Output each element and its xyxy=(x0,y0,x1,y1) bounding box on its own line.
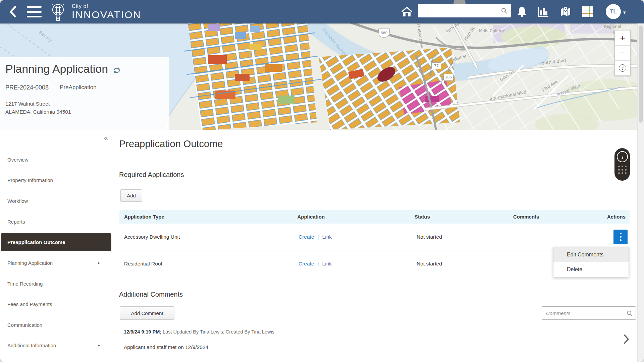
address-line2: ALAMEDA, California 94501 xyxy=(5,108,71,116)
user-menu-caret[interactable]: ▾ xyxy=(623,9,626,15)
add-comment-button[interactable]: Add Comment xyxy=(120,306,174,320)
page-title: Preapplication Outcome xyxy=(119,138,223,149)
map-header: Bay Fry Alameda Harbor Fruitvale Ave 38t… xyxy=(0,23,644,130)
sidebar-item-preapplication-outcome[interactable]: Preapplication Outcome xyxy=(1,233,111,251)
link-link[interactable]: Link xyxy=(322,261,332,266)
sidebar-item-additional-information[interactable]: Additional Information ▸ xyxy=(0,340,114,350)
divider xyxy=(54,84,54,91)
sidebar-item-label: Reports xyxy=(7,219,25,225)
top-navigation-bar: City of INNOVATION xyxy=(0,0,644,23)
comment-timestamp: 12/9/24 9:19 PM; xyxy=(124,329,161,335)
open-comment-chevron[interactable] xyxy=(624,334,630,344)
add-comment-label: Add Comment xyxy=(131,310,163,316)
logo-city-of: City of xyxy=(72,4,141,9)
home-button[interactable] xyxy=(400,5,414,18)
refresh-icon[interactable] xyxy=(113,67,121,74)
sidebar-item-planning-application[interactable]: Planning Application ▸ xyxy=(0,258,114,268)
help-widget[interactable]: i xyxy=(614,148,630,181)
comments-search-input[interactable] xyxy=(542,306,636,320)
create-link[interactable]: Create xyxy=(299,261,314,266)
row-actions-button[interactable] xyxy=(613,230,628,244)
create-link[interactable]: Create xyxy=(299,234,314,240)
search-icon[interactable] xyxy=(626,310,633,317)
notifications-button[interactable] xyxy=(515,5,529,19)
route-shield: 185 xyxy=(443,74,453,81)
logo-name: INNOVATION xyxy=(72,10,141,20)
column-header[interactable]: Application xyxy=(297,214,415,220)
sidebar-item-fees-and-payments[interactable]: Fees and Payments xyxy=(0,299,114,309)
map-info-button[interactable]: i xyxy=(615,61,630,75)
menu-item-delete[interactable]: Delete xyxy=(553,262,629,277)
zoom-in-button[interactable]: + xyxy=(615,31,630,46)
avatar-initials: TL xyxy=(610,9,617,15)
sidebar-item-label: Fees and Payments xyxy=(7,301,52,307)
sidebar-item-label: Additional Information xyxy=(7,343,56,348)
sidebar-item-label: Preapplication Outcome xyxy=(7,239,65,245)
menu-icon[interactable] xyxy=(27,6,42,17)
add-button[interactable]: Add xyxy=(120,189,142,202)
menu-item-edit-comments[interactable]: Edit Comments xyxy=(553,247,629,262)
column-header[interactable]: Application Type xyxy=(119,214,297,220)
status-cell: Not started xyxy=(417,234,516,240)
column-header[interactable]: Comments xyxy=(513,214,607,220)
record-summary-panel: Planning Application PRE-2024-0008 PreAp… xyxy=(0,57,169,130)
collapse-sidebar-button[interactable]: « xyxy=(104,134,107,142)
bell-icon xyxy=(517,6,527,17)
comment-authors: Last Updated By Tina Lewis; Created By T… xyxy=(161,329,274,335)
search-icon[interactable] xyxy=(501,7,507,14)
column-header: Actions xyxy=(607,214,630,220)
sidebar-item-communication[interactable]: Communication xyxy=(0,320,114,330)
sidebar-item-label: Planning Application xyxy=(7,260,53,266)
apps-grid-button[interactable] xyxy=(580,5,595,19)
scrollbar-thumb[interactable] xyxy=(639,25,643,123)
application-cell: Create|Link xyxy=(299,261,417,267)
route-shield: 880 xyxy=(378,28,390,38)
back-button[interactable] xyxy=(6,5,19,18)
column-header[interactable]: Status xyxy=(415,214,513,220)
sidebar-item-property-information[interactable]: Property Information xyxy=(0,175,114,185)
route-number: 185 xyxy=(445,75,452,79)
zoom-out-button[interactable]: − xyxy=(615,46,630,61)
sidebar-item-label: Property Information xyxy=(7,177,53,183)
sidebar-item-label: Time Recording xyxy=(7,281,43,287)
map-controls: + − i xyxy=(614,30,631,76)
left-navigation: « Overview Property Information Workflow… xyxy=(0,130,114,362)
sidebar-item-reports[interactable]: Reports xyxy=(0,217,114,227)
sidebar-item-overview[interactable]: Overview xyxy=(0,155,114,165)
sidebar-item-label: Overview xyxy=(7,157,29,163)
link-link[interactable]: Link xyxy=(322,234,332,240)
divider: | xyxy=(318,234,319,240)
avatar[interactable]: TL xyxy=(606,4,621,19)
sidebar-item-workflow[interactable]: Workflow xyxy=(0,196,114,206)
global-search-input[interactable] xyxy=(418,4,511,17)
map-label: Mills College xyxy=(479,28,505,33)
info-icon[interactable]: i xyxy=(617,151,628,162)
chevron-right-icon: ▸ xyxy=(98,343,100,348)
map-explorer-button[interactable] xyxy=(558,5,573,19)
record-type: PreApplication xyxy=(60,84,97,91)
plus-icon: + xyxy=(620,33,625,43)
chevron-left-icon xyxy=(9,6,16,17)
analytics-button[interactable] xyxy=(536,5,551,19)
status-cell: Not started xyxy=(417,261,516,267)
minus-icon: − xyxy=(620,48,625,58)
route-number: 880 xyxy=(381,31,388,35)
route-shield: 77 xyxy=(431,62,441,69)
comment-meta: 12/9/24 9:19 PM; Last Updated By Tina Le… xyxy=(124,329,274,335)
add-button-label: Add xyxy=(127,193,136,198)
application-type-cell: Residential Roof xyxy=(119,261,299,267)
table-row: Accessory Dwelling Unit Create|Link Not … xyxy=(119,224,630,250)
caret-down-icon: ▾ xyxy=(623,9,626,15)
home-icon xyxy=(401,6,413,17)
vertical-scrollbar[interactable] xyxy=(637,23,644,362)
application-window: City of INNOVATION xyxy=(0,0,644,362)
divider: | xyxy=(318,261,319,266)
dots-grid-icon[interactable] xyxy=(618,166,627,174)
route-number: 77 xyxy=(434,64,439,68)
record-title: Planning Application xyxy=(5,62,108,75)
sidebar-item-time-recording[interactable]: Time Recording xyxy=(0,279,114,289)
sidebar-item-label: Communication xyxy=(7,322,42,328)
application-cell: Create|Link xyxy=(299,234,417,240)
info-icon: i xyxy=(619,64,626,72)
bar-chart-icon xyxy=(538,6,549,17)
